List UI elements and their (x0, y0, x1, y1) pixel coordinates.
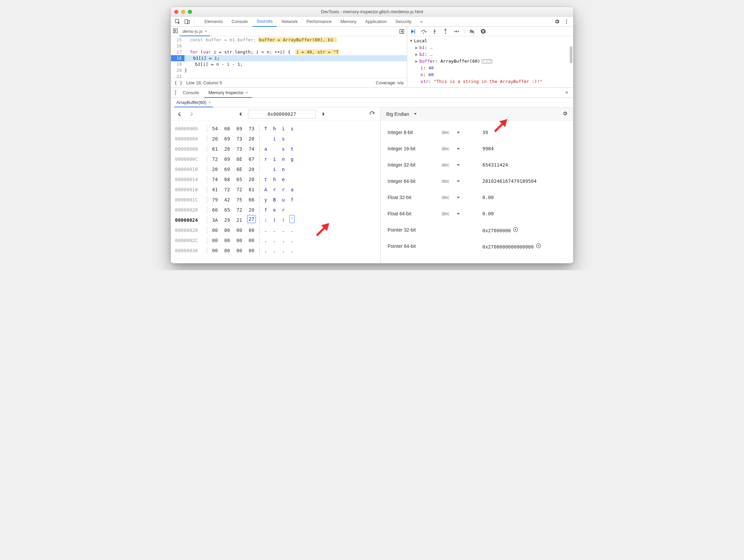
hex-byte[interactable]: 00 (211, 245, 219, 256)
value-format-select[interactable]: dec (442, 195, 482, 200)
ascii-char[interactable]: . (272, 245, 277, 256)
ascii-char[interactable]: . (281, 235, 286, 245)
hex-byte[interactable]: 00 (235, 245, 244, 256)
hex-byte[interactable]: 20 (211, 164, 219, 174)
ascii-char[interactable]: y (263, 195, 268, 205)
hex-byte[interactable]: 69 (223, 154, 232, 164)
hex-byte[interactable]: 00 (247, 235, 256, 245)
tab-overflow[interactable]: » (416, 17, 426, 27)
address-next-icon[interactable] (319, 110, 328, 119)
hex-byte[interactable]: 73 (235, 134, 244, 144)
ascii-char[interactable]: s (281, 144, 286, 154)
hex-row[interactable]: 0000000420697320 is (175, 134, 376, 144)
scope-item-buffer[interactable]: ▶buffer: ArrayBuffer(60)⋮⋮⋮ (410, 58, 570, 65)
hex-byte[interactable]: 74 (247, 144, 256, 154)
file-tab-demo-js[interactable]: demo-js.js × (180, 27, 210, 36)
hex-byte[interactable]: 61 (247, 185, 256, 195)
resume-icon[interactable] (410, 28, 416, 35)
ascii-char[interactable]: e (272, 205, 277, 215)
hex-byte[interactable]: 00 (223, 245, 232, 256)
hex-byte[interactable]: 20 (247, 164, 256, 174)
pause-on-exceptions-icon[interactable] (480, 28, 486, 35)
hex-byte[interactable]: 65 (223, 205, 232, 215)
ascii-char[interactable]: h (272, 124, 277, 134)
hex-byte[interactable]: 42 (223, 195, 232, 205)
ascii-char[interactable]: . (289, 225, 295, 235)
ascii-char[interactable]: s (281, 134, 286, 144)
ascii-char[interactable]: ) (272, 215, 277, 225)
ascii-char[interactable]: i (281, 124, 286, 134)
history-back-icon[interactable] (175, 110, 184, 119)
line-number[interactable]: 15 (171, 37, 184, 43)
address-prev-icon[interactable] (236, 110, 245, 119)
ascii-char[interactable]: r (281, 185, 286, 195)
ascii-char[interactable]: e (281, 174, 286, 185)
tab-network[interactable]: Network (278, 17, 302, 27)
settings-gear-icon[interactable] (553, 18, 561, 26)
hex-byte[interactable]: 72 (223, 185, 232, 195)
ascii-char[interactable]: . (272, 235, 277, 245)
hex-byte[interactable]: 6E (235, 154, 244, 164)
hex-byte[interactable]: 66 (247, 195, 256, 205)
tab-sources[interactable]: Sources (253, 17, 277, 27)
scope-item-n[interactable]: n: 60 (410, 71, 570, 78)
hex-byte[interactable]: 41 (211, 185, 219, 195)
hex-byte[interactable]: 20 (247, 134, 256, 144)
ascii-char[interactable]: . (263, 245, 268, 256)
ascii-char[interactable]: i (272, 134, 277, 144)
ascii-char[interactable] (272, 144, 277, 154)
hex-row[interactable]: 000000243A292127:)!' (175, 215, 376, 225)
tab-memory[interactable]: Memory (336, 17, 360, 27)
ascii-char[interactable]: T (263, 124, 268, 134)
hex-table[interactable]: 0000000054686973This0000000420697320 is … (171, 121, 380, 263)
ascii-char[interactable] (263, 164, 268, 174)
hex-byte[interactable]: 73 (247, 124, 256, 134)
ascii-char[interactable]: g (289, 154, 295, 164)
hex-row[interactable]: 0000001841727261Arra (175, 185, 376, 195)
hex-byte[interactable]: 00 (223, 235, 232, 245)
hex-byte[interactable]: 66 (211, 205, 219, 215)
value-format-select[interactable]: dec (442, 146, 482, 151)
ascii-char[interactable]: n (281, 164, 286, 174)
navigator-toggle-icon[interactable] (173, 28, 178, 34)
hex-byte[interactable]: 72 (235, 185, 244, 195)
scope-item-i[interactable]: i: 40 (410, 65, 570, 71)
hex-byte[interactable]: 79 (211, 195, 219, 205)
line-number[interactable]: 20 (171, 67, 184, 73)
ascii-char[interactable]: . (272, 225, 277, 235)
hex-byte[interactable]: 65 (235, 174, 244, 185)
refresh-icon[interactable] (368, 110, 376, 119)
drawer-more-icon[interactable] (174, 89, 177, 96)
hex-byte[interactable]: 68 (223, 174, 232, 185)
hex-row[interactable]: 0000000054686973This (175, 124, 376, 134)
scope-item-b1[interactable]: ▶b1: … (410, 44, 570, 51)
hex-row[interactable]: 0000001020696E20 in (175, 164, 376, 174)
inspect-element-icon[interactable] (174, 18, 182, 26)
ascii-char[interactable]: t (289, 144, 295, 154)
tab-elements[interactable]: Elements (200, 17, 227, 27)
hex-byte[interactable]: 20 (211, 134, 219, 144)
close-memory-tab-icon[interactable]: × (209, 100, 211, 105)
ascii-char[interactable] (289, 134, 295, 144)
drawer-tab-memory-inspector[interactable]: Memory Inspector × (204, 88, 253, 98)
hex-byte[interactable]: 00 (235, 235, 244, 245)
device-toolbar-icon[interactable] (183, 18, 191, 26)
close-drawer-icon[interactable]: × (563, 90, 570, 96)
hex-byte[interactable]: 3A (211, 215, 219, 225)
endianness-select[interactable]: Big Endian (386, 111, 417, 117)
value-format-select[interactable]: dec (442, 178, 482, 184)
ascii-char[interactable]: n (281, 154, 286, 164)
deactivate-breakpoints-icon[interactable] (469, 28, 475, 35)
hex-row[interactable]: 0000001C79427566yBuf (175, 195, 376, 205)
hex-byte[interactable]: 20 (223, 144, 232, 154)
scope-panel[interactable]: ▼Local ▶b1: … ▶b2: … ▶buffer: ArrayBuffe… (407, 36, 573, 87)
tab-application[interactable]: Application (361, 17, 391, 27)
code-editor[interactable]: 15 const buffer = b1.buffer;buffer = Arr… (171, 36, 407, 78)
step-into-icon[interactable] (432, 28, 438, 35)
address-input[interactable] (248, 110, 316, 119)
goto-address-icon[interactable] (536, 244, 541, 250)
ascii-char[interactable] (289, 174, 295, 185)
hex-byte[interactable]: 29 (223, 215, 232, 225)
ascii-char[interactable]: r (272, 185, 277, 195)
ascii-char[interactable]: a (263, 144, 268, 154)
